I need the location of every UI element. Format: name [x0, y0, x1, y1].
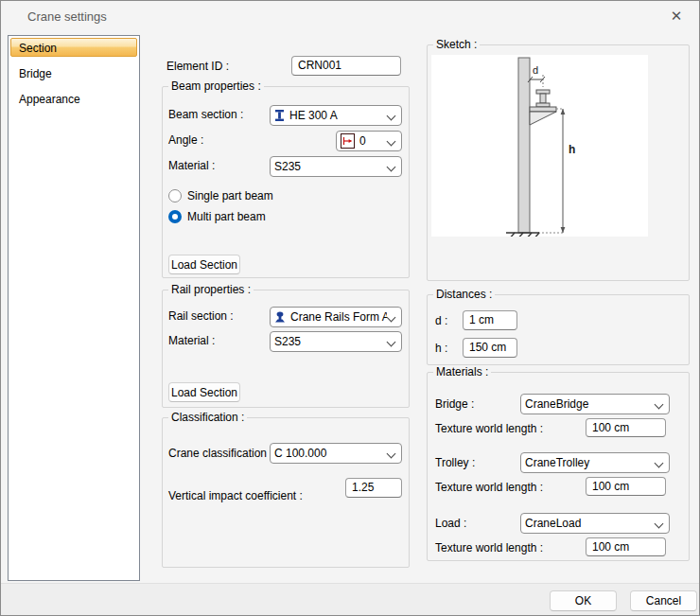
trolley-material-value: CraneTrolley [525, 456, 655, 469]
rail-profile-icon [274, 311, 286, 323]
i-beam-icon [274, 110, 285, 121]
bridge-texture-field[interactable]: 100 cm [586, 418, 666, 437]
distances-title: Distances : [433, 288, 495, 301]
radio-unchecked-icon [168, 189, 182, 202]
sidebar-item-label: Appearance [19, 93, 80, 106]
rail-material-select[interactable]: S235 [270, 331, 402, 352]
rail-section-label: Rail section : [168, 309, 234, 323]
multi-part-beam-label: Multi part beam [187, 210, 266, 223]
angle-arrow-icon [341, 133, 355, 149]
distances-group: Distances : d : 1 cm h : 150 cm [427, 294, 690, 365]
rail-section-select[interactable]: Crane Rails Form A [270, 307, 402, 327]
window-title: Crane settings [27, 9, 107, 24]
beam-section-value: HE 300 A [289, 109, 387, 122]
beam-properties-group: Beam properties : Beam section : HE 300 … [162, 86, 410, 278]
multi-part-beam-radio[interactable]: Multi part beam [168, 210, 266, 223]
classification-title: Classification : [168, 411, 247, 424]
close-icon[interactable]: ✕ [663, 5, 690, 27]
angle-value: 0 [359, 134, 387, 148]
crane-sketch: d h [431, 55, 648, 237]
classification-group: Classification : Crane classification : … [162, 417, 410, 568]
vertical-impact-label: Vertical impact coefficient : [168, 489, 303, 502]
rail-properties-title: Rail properties : [168, 283, 254, 296]
load-texture-field[interactable]: 100 cm [586, 537, 666, 556]
bridge-material-value: CraneBridge [525, 397, 655, 411]
crane-settings-dialog: Crane settings ✕ Section Bridge Appearan… [0, 0, 700, 616]
title-bar: Crane settings ✕ [1, 1, 699, 31]
ok-button[interactable]: OK [550, 590, 617, 611]
beam-properties-title: Beam properties : [168, 79, 264, 93]
distance-d-field[interactable]: 1 cm [463, 310, 517, 330]
crane-classification-value: C 100.000 [274, 447, 387, 460]
beam-section-label: Beam section : [168, 108, 243, 121]
load-material-value: CraneLoad [525, 517, 655, 530]
sidebar-item-label: Bridge [19, 67, 52, 80]
sketch-dim-h-label: h [569, 143, 575, 156]
crane-classification-select[interactable]: C 100.000 [270, 443, 402, 464]
trolley-texture-label: Texture world length : [435, 481, 543, 494]
vertical-impact-field[interactable]: 1.25 [345, 478, 402, 498]
materials-title: Materials : [433, 365, 491, 378]
sketch-title: Sketch : [433, 38, 480, 51]
trolley-material-select[interactable]: CraneTrolley [520, 452, 670, 473]
beam-material-value: S235 [274, 160, 387, 173]
chevron-down-icon [655, 519, 663, 528]
rail-properties-group: Rail properties : Rail section : Crane R… [162, 290, 410, 408]
beam-section-select[interactable]: HE 300 A [270, 105, 402, 126]
cancel-button[interactable]: Cancel [630, 590, 697, 611]
single-part-beam-radio[interactable]: Single part beam [168, 189, 273, 202]
chevron-down-icon [655, 400, 663, 409]
sketch-dim-d-label: d [533, 64, 538, 76]
element-id-field[interactable]: CRN001 [291, 56, 401, 76]
beam-material-select[interactable]: S235 [270, 156, 402, 177]
chevron-down-icon [387, 449, 395, 458]
trolley-texture-field[interactable]: 100 cm [586, 477, 666, 496]
beam-load-section-button[interactable]: Load Section [168, 255, 240, 274]
chevron-down-icon [387, 112, 395, 120]
distance-d-label: d : [435, 314, 447, 327]
sketch-bracket [530, 112, 556, 125]
rail-material-value: S235 [274, 335, 387, 348]
sidebar-item-section[interactable]: Section [10, 38, 137, 57]
sketch-ground [506, 233, 539, 237]
load-texture-label: Texture world length : [435, 541, 543, 554]
radio-checked-icon [168, 210, 182, 223]
bridge-texture-label: Texture world length : [435, 422, 543, 435]
angle-select[interactable]: 0 [336, 131, 402, 151]
trolley-material-label: Trolley : [435, 456, 475, 469]
materials-group: Materials : Bridge : CraneBridge Texture… [427, 372, 690, 561]
load-material-select[interactable]: CraneLoad [520, 513, 670, 534]
angle-label: Angle : [168, 133, 203, 147]
element-id-label: Element ID : [166, 60, 229, 73]
single-part-beam-label: Single part beam [187, 189, 273, 202]
sidebar-item-bridge[interactable]: Bridge [10, 63, 137, 82]
sidebar-item-appearance[interactable]: Appearance [10, 89, 137, 108]
settings-nav-list: Section Bridge Appearance [8, 35, 140, 581]
chevron-down-icon [387, 163, 395, 171]
chevron-down-icon [655, 459, 663, 467]
chevron-down-icon [387, 338, 395, 346]
chevron-down-icon [387, 313, 395, 322]
distance-h-label: h : [435, 342, 447, 355]
rail-material-label: Material : [168, 334, 215, 347]
beam-material-label: Material : [168, 159, 215, 172]
sidebar-item-label: Section [19, 42, 57, 55]
bridge-material-select[interactable]: CraneBridge [520, 394, 670, 414]
rail-section-value: Crane Rails Form A [290, 310, 387, 324]
sketch-column [518, 58, 530, 233]
crane-classification-label: Crane classification : [168, 447, 273, 460]
distance-h-field[interactable]: 150 cm [463, 338, 517, 358]
bridge-material-label: Bridge : [435, 397, 474, 411]
load-material-label: Load : [435, 517, 466, 530]
sketch-rail-beam [530, 90, 556, 112]
rail-load-section-button[interactable]: Load Section [168, 382, 240, 402]
chevron-down-icon [387, 137, 395, 146]
sketch-group: Sketch : d [427, 44, 690, 281]
